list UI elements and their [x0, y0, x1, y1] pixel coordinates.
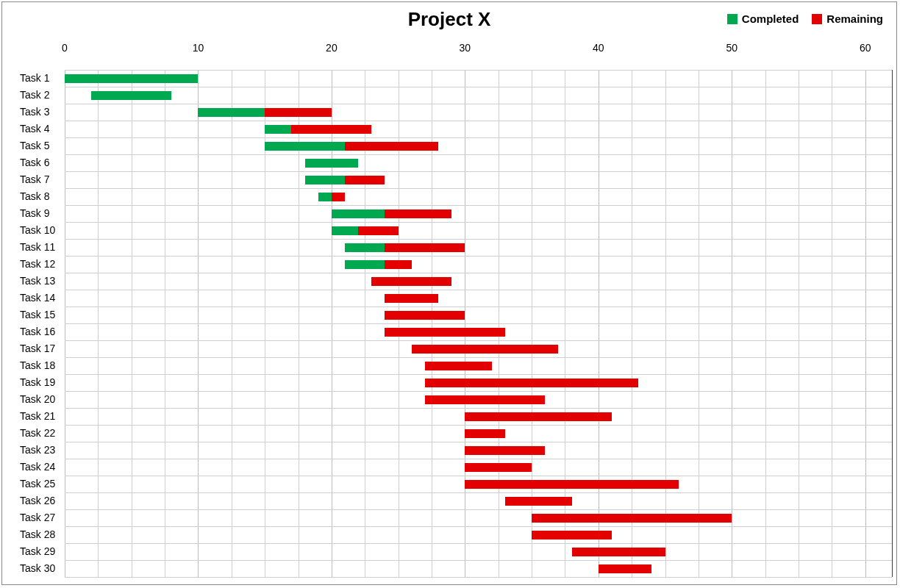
y-tick-label: Task 19 [20, 376, 55, 388]
x-tick-label: 0 [62, 42, 68, 54]
bar-remaining [291, 125, 371, 134]
gridline-h [65, 459, 892, 459]
legend-swatch-completed [727, 14, 738, 24]
bar-completed [318, 193, 332, 201]
legend-swatch-remaining [812, 14, 822, 24]
gridline-h [65, 306, 892, 307]
y-tick-label: Task 23 [20, 444, 55, 456]
gridline-h [65, 222, 892, 223]
gridline-h [65, 87, 892, 87]
bar-completed [65, 74, 198, 83]
gridline-h [65, 425, 892, 426]
y-tick-label: Task 3 [20, 106, 49, 118]
gridline-h [65, 171, 892, 172]
bar-completed [198, 108, 265, 117]
gridline-h [65, 526, 892, 527]
y-tick-label: Task 14 [20, 292, 55, 304]
bar-completed [332, 209, 385, 218]
legend-label-completed: Completed [742, 12, 799, 25]
y-tick-label: Task 30 [20, 562, 55, 574]
bar-remaining [505, 497, 572, 506]
bar-remaining [332, 193, 345, 201]
bar-remaining [465, 463, 532, 472]
gridline-h [65, 323, 892, 324]
gridline-h [65, 408, 892, 409]
gridline-h [65, 188, 892, 189]
y-tick-label: Task 17 [20, 343, 55, 354]
gridline-h [65, 476, 892, 476]
gridline-h [65, 442, 892, 442]
gridline-h [65, 104, 892, 104]
y-tick-label: Task 16 [20, 326, 55, 337]
gridline-h [65, 577, 892, 578]
legend-item-remaining: Remaining [812, 12, 883, 25]
bar-remaining [345, 176, 385, 184]
x-tick-label: 20 [326, 42, 338, 54]
gridline-h [65, 492, 892, 493]
x-tick-label: 10 [193, 42, 204, 54]
plot-border-right [892, 70, 893, 577]
gridline-h [65, 70, 892, 71]
legend-label-remaining: Remaining [826, 12, 883, 25]
bar-remaining [358, 226, 398, 235]
y-tick-label: Task 1 [20, 72, 49, 84]
y-tick-label: Task 24 [20, 461, 55, 473]
bar-remaining [425, 379, 638, 387]
bar-remaining [385, 209, 451, 218]
gridline-h [65, 154, 892, 155]
y-tick-label: Task 29 [20, 545, 55, 557]
gridline-h [65, 543, 892, 544]
bar-completed [305, 159, 359, 168]
bar-remaining [532, 514, 732, 523]
gridline-h [65, 560, 892, 561]
bar-remaining [371, 277, 451, 286]
y-tick-label: Task 7 [20, 173, 49, 185]
legend: Completed Remaining [727, 12, 883, 25]
y-tick-label: Task 13 [20, 275, 55, 287]
y-tick-label: Task 2 [20, 89, 49, 101]
y-tick-label: Task 20 [20, 393, 55, 405]
bar-completed [265, 142, 345, 151]
y-tick-label: Task 22 [20, 427, 55, 439]
y-tick-label: Task 27 [20, 512, 55, 523]
bar-remaining [465, 429, 504, 438]
bar-remaining [425, 362, 492, 370]
bar-completed [345, 260, 385, 269]
y-tick-label: Task 26 [20, 495, 55, 506]
bar-completed [265, 125, 291, 134]
bar-remaining [425, 395, 545, 404]
bar-remaining [465, 480, 678, 489]
gridline-h [65, 357, 892, 358]
y-tick-label: Task 21 [20, 410, 55, 422]
bar-completed [91, 91, 171, 100]
x-tick-label: 30 [460, 42, 471, 54]
bar-completed [305, 176, 345, 184]
y-tick-label: Task 9 [20, 207, 49, 219]
gridline-h [65, 205, 892, 206]
gridline-h [65, 509, 892, 510]
bar-remaining [465, 412, 612, 421]
gridline-h [65, 239, 892, 240]
x-tick-label: 60 [860, 42, 871, 54]
y-tick-label: Task 4 [20, 123, 49, 135]
gridline-h [65, 290, 892, 290]
y-tick-label: Task 28 [20, 528, 55, 540]
gridline-h [65, 340, 892, 341]
gridline-h [65, 137, 892, 138]
y-tick-label: Task 6 [20, 157, 49, 168]
y-tick-label: Task 11 [20, 241, 55, 253]
bar-remaining [385, 328, 504, 337]
chart-frame: Project X Completed Remaining 0102030405… [1, 1, 897, 585]
bar-remaining [385, 294, 438, 303]
bar-remaining [465, 446, 545, 455]
gridline-h [65, 391, 892, 392]
gridline-h [65, 121, 892, 121]
bar-remaining [572, 548, 665, 556]
bar-remaining [385, 243, 465, 252]
y-tick-label: Task 8 [20, 190, 49, 202]
gridline-h [65, 256, 892, 257]
y-tick-label: Task 25 [20, 478, 55, 490]
bar-remaining [385, 260, 411, 269]
bar-remaining [412, 345, 559, 354]
bar-completed [332, 226, 358, 235]
